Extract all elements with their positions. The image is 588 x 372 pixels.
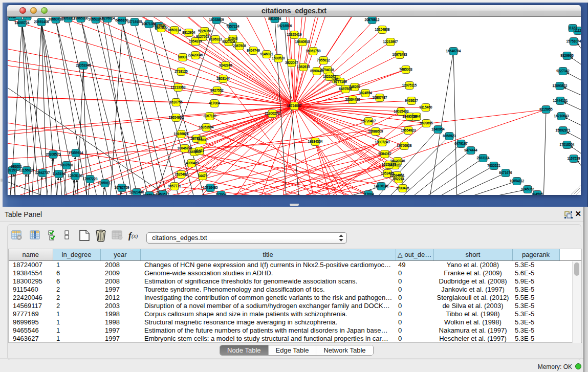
svg-text:16120746: 16120746 — [390, 159, 405, 163]
svg-text:19384554: 19384554 — [308, 140, 323, 143]
svg-text:746266: 746266 — [349, 85, 360, 89]
svg-text:16648784: 16648784 — [446, 49, 461, 53]
svg-text:21546: 21546 — [228, 37, 237, 40]
svg-text:2055: 2055 — [14, 17, 22, 17]
svg-text:8215955: 8215955 — [539, 107, 553, 111]
svg-text:9327508: 9327508 — [222, 40, 235, 43]
svg-text:1352485: 1352485 — [381, 171, 394, 175]
svg-text:20364436: 20364436 — [345, 98, 360, 101]
svg-text:98901: 98901 — [178, 55, 187, 59]
svg-text:15751074: 15751074 — [567, 39, 581, 43]
svg-text:117004: 117004 — [363, 192, 374, 195]
svg-text:12093822: 12093822 — [553, 84, 568, 87]
svg-text:1112: 1112 — [574, 29, 581, 32]
svg-text:20053346: 20053346 — [76, 63, 91, 67]
svg-text:16782759: 16782759 — [115, 186, 129, 189]
svg-text:19218506: 19218506 — [277, 24, 292, 28]
svg-text:17359914: 17359914 — [69, 151, 83, 155]
svg-text:12444131: 12444131 — [553, 99, 568, 102]
svg-text:15692971: 15692971 — [556, 128, 571, 132]
svg-text:1610755: 1610755 — [169, 100, 183, 104]
svg-text:19965330: 19965330 — [74, 17, 89, 20]
svg-text:14136141: 14136141 — [374, 184, 389, 188]
svg-text:16151172: 16151172 — [382, 163, 397, 166]
svg-text:10958117: 10958117 — [98, 181, 113, 185]
svg-text:3267110: 3267110 — [204, 114, 216, 118]
svg-text:7663822: 7663822 — [155, 26, 168, 30]
svg-text:985001: 985001 — [11, 165, 22, 168]
svg-text:19756928: 19756928 — [397, 144, 412, 147]
svg-text:9777169: 9777169 — [334, 80, 347, 83]
svg-text:9329966: 9329966 — [560, 54, 574, 57]
svg-text:1588520: 1588520 — [272, 56, 285, 60]
svg-text:15716485: 15716485 — [203, 186, 218, 189]
svg-text:15353594: 15353594 — [199, 125, 214, 129]
svg-text:9227342: 9227342 — [556, 69, 570, 73]
svg-text:924505: 924505 — [532, 192, 543, 195]
svg-text:15276024: 15276024 — [100, 17, 115, 20]
svg-text:8471676: 8471676 — [499, 171, 512, 174]
svg-text:10688609: 10688609 — [368, 129, 383, 133]
svg-text:8912954: 8912954 — [182, 31, 195, 34]
svg-text:9131: 9131 — [24, 17, 31, 18]
svg-text:19166825: 19166825 — [174, 132, 189, 136]
svg-text:14479: 14479 — [198, 174, 207, 178]
svg-text:6479197: 6479197 — [454, 142, 468, 145]
svg-text:9463627: 9463627 — [405, 99, 418, 102]
svg-text:18640910: 18640910 — [295, 40, 310, 43]
svg-text:12213967: 12213967 — [383, 40, 398, 43]
svg-text:13325419: 13325419 — [287, 33, 302, 36]
svg-text:16210643: 16210643 — [554, 114, 569, 118]
svg-text:2803144: 2803144 — [216, 77, 230, 80]
svg-text:417004: 417004 — [209, 101, 220, 105]
svg-text:3824554: 3824554 — [359, 91, 372, 95]
svg-text:2644: 2644 — [413, 115, 421, 118]
svg-text:6466160: 6466160 — [115, 18, 128, 22]
svg-text:10719155: 10719155 — [127, 20, 142, 24]
svg-text:5226058: 5226058 — [198, 29, 211, 33]
svg-text:7485003: 7485003 — [399, 68, 412, 71]
svg-text:10025433: 10025433 — [394, 110, 409, 113]
svg-text:252214: 252214 — [393, 177, 404, 181]
svg-text:8660124: 8660124 — [168, 28, 181, 32]
svg-text:6794028: 6794028 — [321, 68, 334, 72]
svg-text:9146821: 9146821 — [260, 52, 273, 56]
svg-text:15720407: 15720407 — [361, 119, 376, 123]
svg-text:8454749: 8454749 — [247, 49, 260, 52]
svg-text:10654112: 10654112 — [510, 179, 525, 183]
svg-text:1362615: 1362615 — [297, 65, 310, 69]
svg-text:9474444: 9474444 — [464, 148, 477, 152]
svg-text:7632621: 7632621 — [487, 164, 500, 167]
svg-text:14099489: 14099489 — [184, 161, 199, 165]
svg-text:12213363: 12213363 — [171, 85, 186, 89]
svg-text:12505135: 12505135 — [68, 174, 83, 178]
svg-text:16961758: 16961758 — [306, 49, 321, 53]
svg-text:20691406: 20691406 — [34, 20, 49, 24]
svg-text:1145194: 1145194 — [53, 172, 66, 176]
svg-text:14055724: 14055724 — [15, 21, 30, 25]
svg-text:1733426: 1733426 — [396, 186, 409, 190]
svg-text:16033809: 16033809 — [209, 18, 224, 21]
svg-text:1640954: 1640954 — [431, 127, 445, 131]
svg-text:21300273: 21300273 — [265, 112, 280, 115]
svg-text:12923446: 12923446 — [129, 190, 144, 194]
svg-text:2367608: 2367608 — [233, 44, 246, 48]
svg-text:19654923: 19654923 — [401, 128, 416, 132]
svg-text:1054339: 1054339 — [189, 39, 202, 43]
svg-text:9465546: 9465546 — [143, 193, 156, 195]
svg-text:3822037: 3822037 — [285, 61, 298, 64]
svg-text:9084067: 9084067 — [378, 152, 391, 156]
svg-text:20206570: 20206570 — [46, 152, 61, 156]
svg-text:10807487: 10807487 — [373, 96, 387, 99]
svg-text:2718126: 2718126 — [175, 70, 188, 73]
svg-text:7625402: 7625402 — [175, 172, 188, 176]
svg-text:19654955: 19654955 — [169, 116, 184, 119]
svg-text:7357224: 7357224 — [226, 25, 239, 28]
svg-text:7955812: 7955812 — [317, 58, 330, 62]
svg-text:12975115: 12975115 — [402, 83, 417, 87]
svg-text:10046798: 10046798 — [178, 146, 192, 150]
svg-text:1167539: 1167539 — [568, 157, 580, 160]
svg-text:11421: 11421 — [195, 149, 204, 152]
svg-text:8813054: 8813054 — [268, 17, 281, 20]
svg-text:10973493: 10973493 — [393, 53, 407, 56]
